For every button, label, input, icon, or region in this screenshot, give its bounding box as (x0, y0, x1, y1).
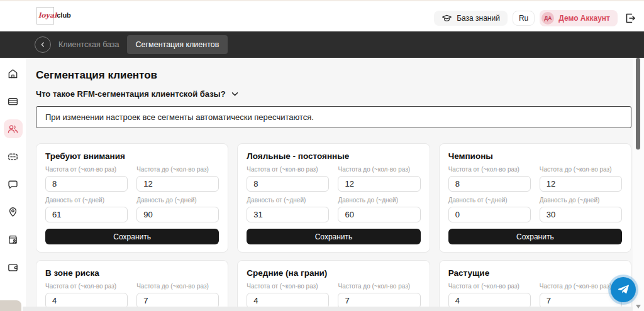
rfm-info-toggle[interactable]: Что такое RFM-сегментация клиентской баз… (36, 89, 238, 99)
recency-to-label: Давность до (~дней) (136, 197, 219, 204)
scroll-down-arrow-icon[interactable] (636, 305, 641, 308)
freq-to-label: Частота до (~кол-во раз) (540, 166, 622, 173)
freq-to-label: Частота до (~кол-во раз) (338, 166, 420, 173)
horizontal-scrollbar-track (23, 307, 633, 311)
recency-to-input[interactable] (338, 207, 420, 222)
recency-to-input[interactable] (540, 207, 622, 222)
segment-card-loyal: Лояльные - постоянные Частота от (~кол-в… (237, 143, 430, 253)
segment-title: Чемпионы (448, 151, 622, 161)
segment-card-growing: Растущие Частота от (~кол-во раз) Частот… (439, 260, 631, 311)
field-recency-from: Давность от (~дней) (247, 197, 329, 222)
field-recency-from: Давность от (~дней) (45, 197, 128, 222)
chat-icon (7, 178, 19, 190)
logo: loyalclub (38, 11, 71, 19)
vertical-scrollbar-track (633, 58, 644, 311)
recency-from-label: Давность от (~дней) (247, 197, 329, 204)
freq-from-input[interactable] (247, 176, 329, 192)
language-button[interactable]: Ru (513, 11, 535, 26)
location-icon (7, 206, 19, 218)
sidebar-item-wallet[interactable] (4, 258, 23, 276)
freq-to-input[interactable] (136, 176, 219, 192)
recency-from-input[interactable] (448, 207, 531, 222)
segments-grid: Требуют внимания Частота от (~кол-во раз… (36, 143, 631, 311)
rfm-question: Что такое RFM-сегментация клиентской баз… (36, 89, 226, 99)
home-icon (7, 68, 19, 80)
sidebar-item-store[interactable] (4, 230, 23, 249)
segment-title: Лояльные - постоянные (247, 151, 420, 161)
sidebar-item-clients[interactable] (4, 119, 23, 138)
sidebar-item-chat[interactable] (4, 175, 23, 194)
save-button[interactable]: Сохранить (45, 229, 219, 244)
sidebar-item-ticket[interactable] (4, 147, 23, 166)
freq-from-label: Частота от (~кол-во раз) (448, 283, 531, 290)
sidebar-corner-block (0, 300, 21, 311)
segment-card-attention: Требуют внимания Частота от (~кол-во раз… (36, 143, 228, 253)
wallet-icon (7, 261, 19, 273)
language-label: Ru (519, 14, 528, 23)
recency-to-input[interactable] (136, 207, 219, 222)
logo-club: club (57, 11, 71, 19)
notice-box: При изменении настроек все сегменты авто… (36, 106, 631, 128)
account-name: Демо Аккаунт (558, 14, 610, 23)
knowledge-base-button[interactable]: База знаний (434, 11, 508, 26)
field-freq-from: Частота от (~кол-во раз) (45, 166, 128, 192)
freq-from-label: Частота от (~кол-во раз) (45, 166, 128, 173)
clients-icon (7, 123, 19, 135)
logout-icon (624, 12, 636, 25)
save-button[interactable]: Сохранить (247, 229, 420, 244)
chevron-left-icon (39, 41, 47, 48)
store-icon (7, 234, 19, 246)
segment-card-champions: Чемпионы Частота от (~кол-во раз) Частот… (439, 143, 631, 253)
field-freq-from: Частота от (~кол-во раз) (448, 283, 531, 308)
freq-to-label: Частота до (~кол-во раз) (136, 283, 219, 290)
freq-to-input[interactable] (540, 176, 622, 192)
segment-title: Требуют внимания (45, 151, 219, 161)
top-bar: loyalclub База знаний Ru ДА Демо Аккаунт (0, 1, 644, 31)
field-freq-from: Частота от (~кол-во раз) (247, 283, 329, 308)
field-freq-from: Частота от (~кол-во раз) (45, 283, 128, 308)
freq-from-label: Частота от (~кол-во раз) (247, 166, 329, 173)
sidebar-item-home[interactable] (4, 64, 23, 83)
freq-to-input[interactable] (338, 176, 420, 192)
knowledge-base-label: База знаний (457, 14, 500, 23)
field-freq-to: Частота до (~кол-во раз) (540, 166, 622, 192)
graduation-cap-icon (441, 13, 452, 24)
freq-from-label: Частота от (~кол-во раз) (45, 283, 128, 290)
field-freq-to: Частота до (~кол-во раз) (338, 283, 420, 308)
sidebar-item-cards[interactable] (4, 92, 23, 111)
breadcrumb-parent[interactable]: Клиентская база (58, 40, 119, 49)
save-button[interactable]: Сохранить (448, 229, 622, 244)
field-recency-to: Давность до (~дней) (136, 197, 219, 222)
breadcrumb-current-tab[interactable]: Сегментация клиентов (127, 35, 228, 54)
field-recency-from: Давность от (~дней) (448, 197, 531, 222)
vertical-scrollbar-thumb[interactable] (636, 58, 640, 150)
freq-from-input[interactable] (45, 176, 128, 192)
freq-to-label: Частота до (~кол-во раз) (136, 166, 219, 173)
field-freq-to: Частота до (~кол-во раз) (540, 283, 622, 308)
freq-from-label: Частота от (~кол-во раз) (247, 283, 329, 290)
field-freq-to: Частота до (~кол-во раз) (136, 283, 219, 308)
segment-card-average: Средние (на грани) Частота от (~кол-во р… (237, 260, 430, 311)
ticket-icon (7, 151, 19, 163)
recency-to-label: Давность до (~дней) (540, 197, 622, 204)
recency-from-input[interactable] (45, 207, 128, 222)
sidebar-item-locations[interactable] (4, 202, 23, 221)
back-button[interactable] (35, 36, 51, 53)
logout-button[interactable] (623, 11, 638, 26)
field-freq-from: Частота от (~кол-во раз) (247, 166, 329, 192)
page-title: Сегментация клиентов (36, 69, 633, 82)
segment-title: В зоне риска (45, 268, 219, 278)
avatar: ДА (541, 12, 554, 25)
telegram-support-button[interactable] (611, 277, 636, 302)
card-icon (7, 95, 19, 107)
main-content: Сегментация клиентов Что такое RFM-сегме… (26, 58, 633, 311)
freq-from-input[interactable] (448, 176, 531, 192)
segment-title: Средние (на грани) (247, 268, 420, 278)
breadcrumb-bar: Клиентская база Сегментация клиентов (0, 31, 644, 58)
logo-loyal: loyal (38, 11, 57, 19)
field-recency-to: Давность до (~дней) (338, 197, 420, 222)
field-recency-to: Давность до (~дней) (540, 197, 622, 222)
recency-from-input[interactable] (247, 207, 329, 222)
account-button[interactable]: ДА Демо Аккаунт (540, 10, 618, 26)
recency-from-label: Давность от (~дней) (448, 197, 531, 204)
